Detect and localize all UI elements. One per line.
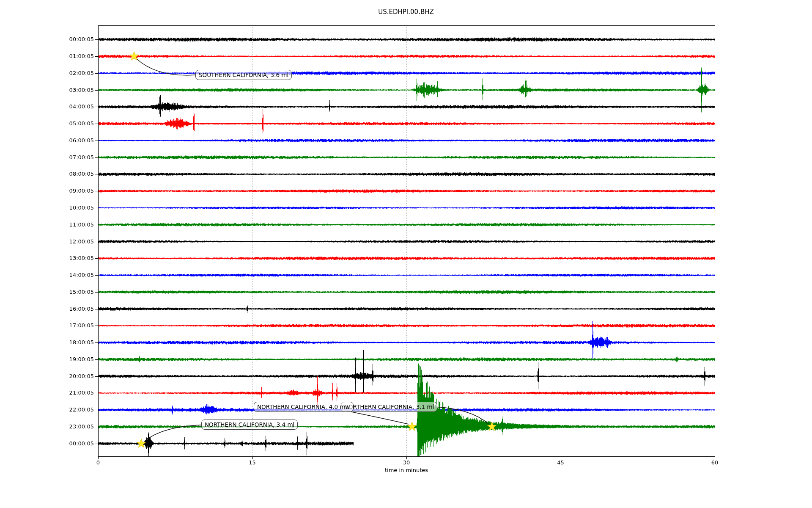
- y-tick-label: 15:00:05: [26, 289, 94, 295]
- x-tick-label: 60: [698, 459, 732, 466]
- y-tick-label: 08:00:05: [26, 171, 94, 177]
- y-tick-label: 06:00:05: [26, 137, 94, 144]
- event-annotation-northern-california-3-4: NORTHERN CALIFORNIA, 3.4 ml: [201, 420, 298, 430]
- seismogram-figure: US.EDHPI.00.BHZ time in minutes SOUTHERN…: [0, 0, 812, 508]
- event-annotation-southern-california-3-6: SOUTHERN CALIFORNIA, 3.6 ml: [195, 70, 292, 80]
- y-tick-label: 14:00:05: [26, 272, 94, 279]
- chart-title: US.EDHPI.00.BHZ: [0, 8, 812, 16]
- y-tick-label: 22:00:05: [26, 406, 94, 413]
- y-tick-label: 10:00:05: [26, 204, 94, 211]
- event-annotation-northern-california-3-1: NORTHERN CALIFORNIA, 3.1 ml: [341, 402, 437, 412]
- x-tick-label: 30: [390, 459, 423, 466]
- y-tick-label: 00:00:05: [26, 440, 94, 447]
- y-tick-label: 21:00:05: [26, 389, 94, 396]
- y-tick-label: 13:00:05: [26, 255, 94, 262]
- y-tick-label: 11:00:05: [26, 221, 94, 228]
- y-tick-label: 07:00:05: [26, 154, 94, 161]
- y-tick-label: 01:00:05: [26, 53, 94, 60]
- y-tick-label: 04:00:05: [26, 103, 94, 110]
- y-tick-label: 02:00:05: [26, 70, 94, 77]
- x-tick-label: 0: [81, 459, 115, 466]
- y-tick-label: 03:00:05: [26, 87, 94, 94]
- y-tick-label: 09:00:05: [26, 188, 94, 194]
- waveform-canvas: [0, 0, 812, 508]
- y-tick-label: 20:00:05: [26, 373, 94, 380]
- y-tick-label: 19:00:05: [26, 356, 94, 363]
- y-tick-label: 12:00:05: [26, 238, 94, 245]
- x-tick-label: 45: [544, 459, 578, 466]
- y-tick-label: 05:00:05: [26, 120, 94, 127]
- y-tick-label: 17:00:05: [26, 322, 94, 329]
- y-tick-label: 00:00:05: [26, 36, 94, 43]
- y-tick-label: 18:00:05: [26, 339, 94, 346]
- x-axis-title: time in minutes: [0, 467, 812, 473]
- y-tick-label: 23:00:05: [26, 423, 94, 430]
- x-tick-label: 15: [236, 459, 269, 466]
- y-tick-label: 16:00:05: [26, 306, 94, 312]
- event-annotation-northern-california-4-0: NORTHERN CALIFORNIA, 4.0 mw: [254, 402, 354, 412]
